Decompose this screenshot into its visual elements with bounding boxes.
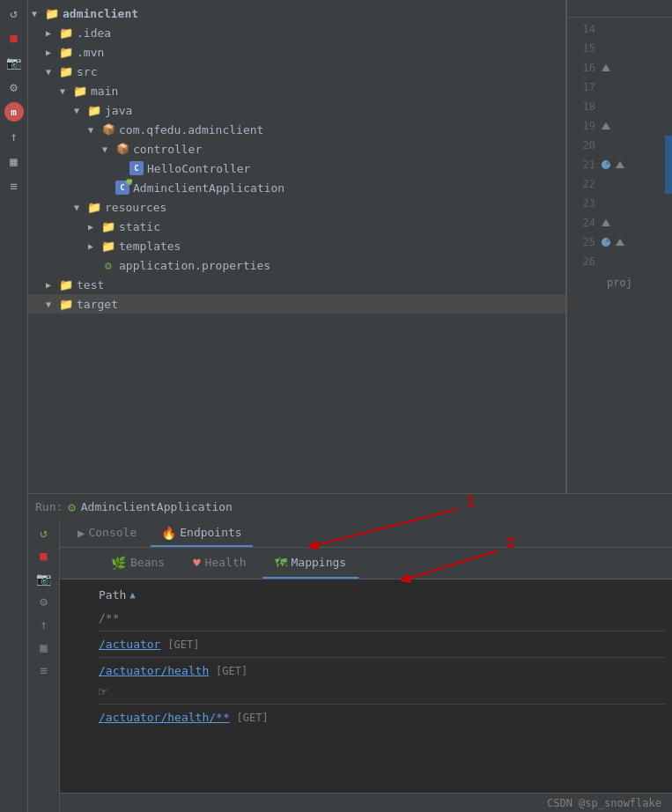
spring-run-icon: ⚙ [68, 500, 75, 514]
run-app-name[interactable]: AdminclientApplication [81, 500, 233, 513]
menu-icon[interactable]: ≡ [4, 176, 24, 196]
gutter-marker-25[interactable] [599, 235, 613, 249]
upload-icon[interactable]: ↑ [4, 127, 24, 146]
line-16: 16 [567, 58, 672, 78]
path-header: Path ▲ [99, 585, 665, 607]
path-row-actuator-health-wildcard: /actuator/health/** [GET] [99, 706, 665, 728]
tree-item-main[interactable]: ▼ 📁 main [28, 81, 565, 100]
line-26: 26 [567, 252, 672, 271]
tab-console[interactable]: ▶ Console [67, 520, 147, 547]
cursor-hand: ☞ [99, 682, 665, 702]
line-19: 19 [567, 116, 672, 136]
panel-refresh-btn[interactable]: ↺ [34, 523, 54, 543]
sub-tab-beans[interactable]: 🌿 Beans [99, 548, 177, 579]
tree-item-static[interactable]: ▶ 📁 static [28, 217, 565, 236]
sub-tab-bar: 🌿 Beans ♥ Health 🗺 Mappings [60, 548, 672, 579]
run-label: Run: [35, 500, 63, 513]
panel-menu-btn[interactable]: ≡ [34, 661, 54, 680]
tab-endpoints[interactable]: 🔥 Endpoints [151, 520, 252, 547]
line-23: 23 [567, 194, 672, 213]
left-sidebar: ↺ ■ 📷 ⚙ m ↑ ▦ ≡ [0, 0, 28, 812]
proj-label: proj [567, 273, 672, 292]
tree-item-package[interactable]: ▼ 📦 com.qfedu.adminclient [28, 120, 565, 139]
sub-tab-health[interactable]: ♥ Health [181, 548, 258, 579]
line-20: 20 [567, 136, 672, 155]
divider-3 [99, 704, 665, 705]
stop-icon[interactable]: ■ [4, 28, 24, 48]
tab-bar: ▶ Console 🔥 Endpoints [60, 520, 672, 548]
divider-1 [99, 631, 665, 631]
actuator-health-link[interactable]: /actuator/health [99, 664, 209, 677]
line-17: 17 [567, 78, 672, 97]
mappings-icon: 🗺 [275, 556, 287, 570]
gutter-marker-24 [599, 216, 613, 230]
run-bar: Run: ⚙ AdminclientApplication [28, 493, 672, 520]
tree-item-idea[interactable]: ▶ 📁 .idea [28, 23, 565, 42]
gutter-marker-16 [599, 61, 613, 75]
tree-item-resources[interactable]: ▼ 📁 resources [28, 197, 565, 217]
tree-item-target[interactable]: ▼ 📁 target [28, 294, 565, 314]
camera-icon[interactable]: 📷 [4, 53, 24, 72]
blue-bar [665, 136, 672, 194]
path-row-actuator-health: /actuator/health [GET] [99, 660, 665, 682]
tree-item-templates[interactable]: ▶ 📁 templates [28, 236, 565, 255]
sort-asc-icon: ▲ [129, 589, 136, 601]
divider-2 [99, 657, 665, 658]
right-gutter: 14 15 16 17 18 [566, 0, 672, 493]
line-24: 24 [567, 213, 672, 233]
actuator-health-wildcard-link[interactable]: /actuator/health/** [99, 711, 230, 724]
gutter-marker-19 [599, 119, 613, 133]
actuator-link[interactable]: /actuator [99, 638, 160, 651]
tree-item-test[interactable]: ▶ 📁 test [28, 275, 565, 294]
health-icon: ♥ [193, 556, 200, 570]
sub-tab-mappings[interactable]: 🗺 Mappings [262, 548, 359, 579]
grid-icon[interactable]: ▦ [4, 151, 24, 171]
beans-icon: 🌿 [111, 556, 126, 570]
tree-item-properties[interactable]: ▶ ⚙ application.properties [28, 255, 565, 275]
gutter-triangle-25 [613, 235, 627, 249]
file-tree: ▼ 📁 adminclient ▶ 📁 .idea ▶ 📁 .mvn [28, 0, 566, 493]
console-icon: ▶ [78, 526, 85, 540]
status-bar: CSDN @sp_snowflake [60, 793, 672, 812]
settings-icon[interactable]: ⚙ [4, 78, 24, 97]
tree-item-adminclient[interactable]: ▼ 📁 adminclient [28, 4, 565, 23]
panel-stop-btn[interactable]: ■ [34, 546, 54, 565]
panel-settings-btn[interactable]: ⚙ [34, 592, 54, 611]
line-25: 25 [567, 233, 672, 252]
path-row-actuator: /actuator [GET] [99, 633, 665, 655]
line-22: 22 [567, 174, 672, 194]
csdn-label: CSDN @sp_snowflake [547, 797, 661, 809]
panel-chart-btn[interactable]: ▦ [34, 638, 54, 657]
line-18: 18 [567, 97, 672, 116]
refresh-icon[interactable]: ↺ [4, 4, 24, 23]
content-area: Path ▲ /** /actuator [GET] /actuator/hea… [60, 579, 672, 793]
line-15: 15 [567, 39, 672, 58]
endpoints-icon: 🔥 [161, 526, 176, 540]
tree-item-src[interactable]: ▼ 📁 src [28, 62, 565, 81]
tree-item-mvn[interactable]: ▶ 📁 .mvn [28, 42, 565, 62]
line-14: 14 [567, 19, 672, 39]
gutter-marker-21[interactable] [599, 158, 613, 172]
tree-item-app[interactable]: ▶ C 🌱 AdminclientApplication [28, 178, 565, 197]
panel-side-controls: ↺ ■ 📷 ⚙ ↑ ▦ ≡ [28, 520, 60, 812]
avatar[interactable]: m [4, 102, 24, 122]
panel-upload-btn[interactable]: ↑ [34, 615, 54, 634]
tree-item-java[interactable]: ▼ 📁 java [28, 100, 565, 120]
gutter-triangle-21 [613, 158, 627, 172]
tree-item-controller[interactable]: ▼ 📦 controller [28, 139, 565, 159]
path-row-comment: /** [99, 607, 665, 629]
panel-camera-btn[interactable]: 📷 [34, 569, 54, 588]
line-21: 21 [567, 155, 672, 174]
tree-item-hello-controller[interactable]: ▶ C HelloController [28, 159, 565, 178]
